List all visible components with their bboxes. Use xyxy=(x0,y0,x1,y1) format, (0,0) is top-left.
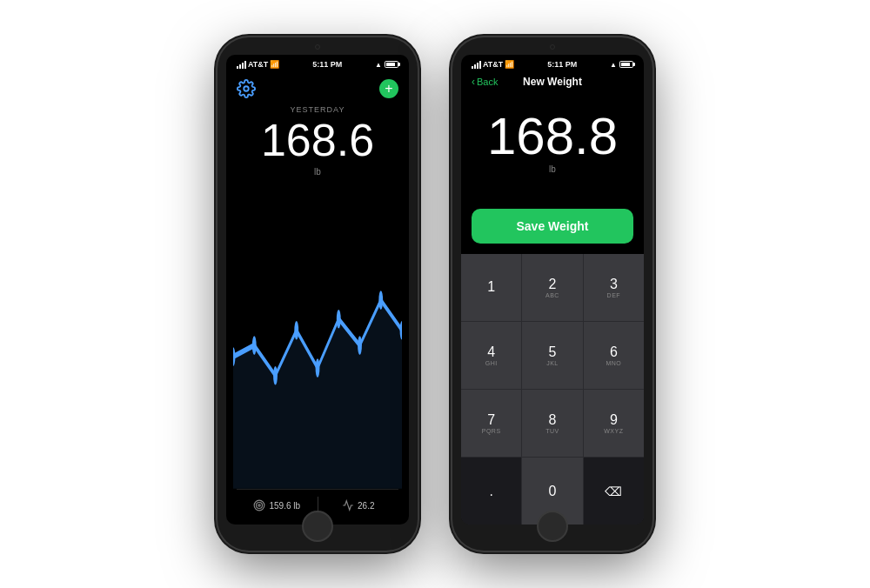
key-num-7: 7 xyxy=(487,413,495,427)
time-1: 5:11 PM xyxy=(312,60,342,69)
speaker-dot-2 xyxy=(550,44,555,50)
key-7[interactable]: 7 PQRS xyxy=(461,390,521,457)
svg-point-12 xyxy=(257,503,263,509)
yesterday-label: YESTERDAY xyxy=(237,105,398,114)
home-button-2[interactable] xyxy=(537,511,568,542)
key-8[interactable]: 8 TUV xyxy=(522,390,582,457)
phone1-content: + YESTERDAY 168.6 lb xyxy=(226,72,409,525)
carrier-label-1: AT&T xyxy=(248,60,268,69)
weight-display-main: 168.6 xyxy=(237,116,398,165)
signal-bar xyxy=(242,63,244,69)
key-4[interactable]: 4 GHI xyxy=(461,322,521,389)
key-letters-9: WXYZ xyxy=(604,428,623,434)
signal-bar xyxy=(472,66,473,69)
phone1-header: + xyxy=(237,79,398,98)
key-letters-5: JKL xyxy=(546,360,559,366)
new-weight-display: 168.8 xyxy=(487,110,618,163)
bottom-item-right[interactable]: 26.2 xyxy=(318,499,399,511)
bottom-item-left[interactable]: 159.6 lb xyxy=(237,499,318,511)
back-chevron-icon: ‹ xyxy=(472,76,475,88)
nav-bar: ‹ Back New Weight xyxy=(461,72,644,93)
key-letters-2: ABC xyxy=(545,292,559,298)
key-num-1: 1 xyxy=(487,280,495,294)
bottom-weight-value: 159.6 lb xyxy=(269,501,300,511)
phone-1: AT&T 📶 5:11 PM ▲ + xyxy=(218,37,418,551)
key-letters-4: GHI xyxy=(485,360,498,366)
key-6[interactable]: 6 MNO xyxy=(584,322,644,389)
svg-point-0 xyxy=(244,86,249,91)
bottom-bmi-value: 26.2 xyxy=(358,501,374,511)
phone2-content: ‹ Back New Weight 168.8 lb Save Weight 1 xyxy=(461,72,644,525)
signal-bar xyxy=(239,64,241,69)
signal-bar xyxy=(244,61,246,69)
key-letters-7: PQRS xyxy=(482,428,501,434)
screen-2: AT&T 📶 5:11 PM ▲ ‹ Back New Weight xyxy=(461,55,644,525)
key-num-dot: . xyxy=(489,484,492,498)
backspace-icon: ⌫ xyxy=(605,485,622,498)
back-button[interactable]: ‹ Back xyxy=(472,76,498,88)
arrow-icon-2: ▲ xyxy=(610,61,617,69)
chart-area xyxy=(233,187,402,489)
target-icon xyxy=(253,499,265,511)
key-num-6: 6 xyxy=(610,345,618,359)
key-num-8: 8 xyxy=(549,413,557,427)
status-left-1: AT&T 📶 xyxy=(237,60,279,69)
carrier-label-2: AT&T xyxy=(483,60,503,69)
health-icon xyxy=(342,499,354,511)
wifi-icon-2: 📶 xyxy=(505,60,514,69)
svg-point-13 xyxy=(258,504,260,506)
weight-chart xyxy=(233,187,402,489)
key-num-5: 5 xyxy=(549,345,557,359)
signal-bars-2 xyxy=(472,61,481,69)
wifi-icon-1: 📶 xyxy=(270,60,279,69)
key-backspace[interactable]: ⌫ xyxy=(584,458,644,525)
battery-fill-2 xyxy=(621,63,630,66)
home-button-1[interactable] xyxy=(302,511,333,542)
key-num-9: 9 xyxy=(610,413,618,427)
time-2: 5:11 PM xyxy=(547,60,577,69)
screen-1: AT&T 📶 5:11 PM ▲ + xyxy=(226,55,409,525)
back-label: Back xyxy=(477,77,498,87)
key-letters-6: MNO xyxy=(606,360,621,366)
signal-bar xyxy=(237,66,238,69)
status-left-2: AT&T 📶 xyxy=(472,60,514,69)
phone-2: AT&T 📶 5:11 PM ▲ ‹ Back New Weight xyxy=(452,37,652,551)
unit-label-2: lb xyxy=(549,164,556,174)
weight-area: 168.8 lb xyxy=(461,93,644,195)
key-9[interactable]: 9 WXYZ xyxy=(584,390,644,457)
battery-1 xyxy=(385,61,398,68)
signal-bar xyxy=(474,64,476,69)
arrow-icon-1: ▲ xyxy=(375,61,382,69)
signal-bars-1 xyxy=(237,61,246,69)
unit-label-1: lb xyxy=(237,167,398,177)
numeric-keypad: 1 2 ABC 3 DEF 4 GHI 5 JKL xyxy=(461,254,644,525)
signal-bar xyxy=(477,63,478,69)
add-button[interactable]: + xyxy=(379,79,398,98)
key-letters-3: DEF xyxy=(607,292,621,298)
gear-icon[interactable] xyxy=(237,79,256,98)
signal-bar xyxy=(479,61,481,69)
key-num-2: 2 xyxy=(549,277,557,291)
status-bar-1: AT&T 📶 5:11 PM ▲ xyxy=(226,55,409,72)
svg-marker-10 xyxy=(233,300,402,489)
key-1[interactable]: 1 xyxy=(461,254,521,321)
key-num-4: 4 xyxy=(487,345,495,359)
status-right-1: ▲ xyxy=(375,61,398,69)
save-weight-button[interactable]: Save Weight xyxy=(472,209,633,244)
key-5[interactable]: 5 JKL xyxy=(522,322,582,389)
key-num-0: 0 xyxy=(549,484,557,498)
battery-fill-1 xyxy=(386,63,395,66)
key-3[interactable]: 3 DEF xyxy=(584,254,644,321)
status-right-2: ▲ xyxy=(610,61,633,69)
battery-2 xyxy=(619,61,633,68)
key-letters-8: TUV xyxy=(545,428,559,434)
nav-title: New Weight xyxy=(523,76,582,88)
key-num-3: 3 xyxy=(610,277,618,291)
status-bar-2: AT&T 📶 5:11 PM ▲ xyxy=(461,55,644,72)
key-2[interactable]: 2 ABC xyxy=(522,254,582,321)
key-dot[interactable]: . xyxy=(461,458,521,525)
speaker-dot xyxy=(315,44,320,50)
